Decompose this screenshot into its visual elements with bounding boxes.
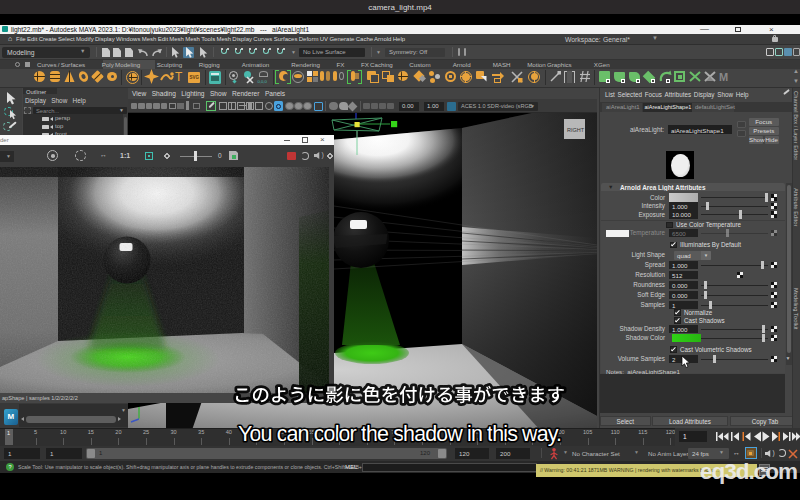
svg-text:You can color the shadow in th: You can color the shadow in this way. (238, 422, 562, 446)
svg-text:RIGHT: RIGHT (567, 127, 585, 133)
svg-text:eq3d.com: eq3d.com (700, 459, 798, 484)
